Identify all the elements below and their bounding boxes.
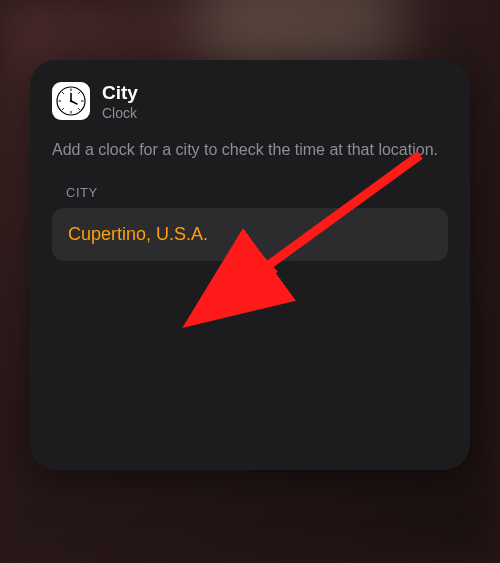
- clock-icon: [55, 85, 87, 117]
- card-title: City: [102, 82, 138, 104]
- card-description: Add a clock for a city to check the time…: [52, 139, 448, 161]
- card-subtitle: Clock: [102, 105, 138, 121]
- header-titles: City Clock: [102, 82, 138, 121]
- clock-app-icon: [52, 82, 90, 120]
- city-config-card: City Clock Add a clock for a city to che…: [30, 60, 470, 470]
- city-section-label: CITY: [66, 185, 448, 200]
- card-header: City Clock: [52, 82, 448, 121]
- city-selector-row[interactable]: Cupertino, U.S.A.: [52, 208, 448, 261]
- city-value: Cupertino, U.S.A.: [68, 224, 208, 244]
- svg-point-11: [70, 100, 72, 102]
